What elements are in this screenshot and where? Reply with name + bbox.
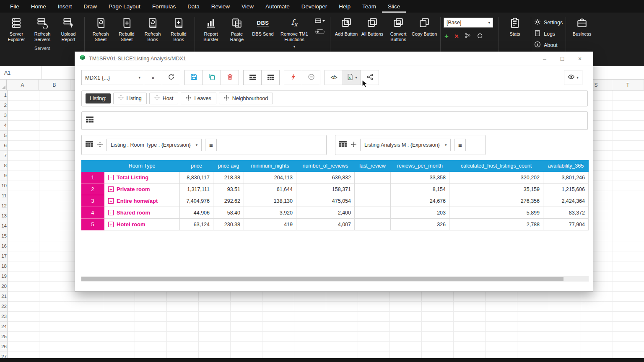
undo-icon[interactable] bbox=[477, 32, 483, 40]
menu-developer[interactable]: Developer bbox=[296, 0, 333, 13]
subset-editor-button[interactable]: ≡ bbox=[205, 139, 217, 151]
expand-icon[interactable]: + bbox=[108, 198, 114, 204]
about-button[interactable]: About bbox=[534, 41, 563, 49]
maximize-button[interactable]: □ bbox=[553, 52, 571, 65]
cell-calculated-host-listings-count[interactable]: 276,356 bbox=[449, 195, 543, 207]
copy-button-button[interactable]: Copy Button bbox=[411, 16, 437, 42]
cell-minimum-nights[interactable]: 61,644 bbox=[244, 184, 296, 195]
row-number[interactable]: 4 bbox=[81, 207, 104, 219]
paste-range-button[interactable]: Paste Range bbox=[224, 16, 250, 49]
copy-view-button[interactable] bbox=[203, 70, 221, 85]
row-header[interactable]: 3 bbox=[0, 111, 7, 121]
cell-calculated-host-listings-count[interactable]: 35,159 bbox=[449, 184, 543, 195]
header-price[interactable]: price bbox=[180, 160, 213, 172]
menu-formulas[interactable]: Formulas bbox=[146, 0, 182, 13]
row-header[interactable]: 16 bbox=[0, 241, 7, 251]
save-button[interactable] bbox=[184, 70, 203, 85]
business-button[interactable]: Business bbox=[569, 16, 595, 37]
column-drop-zone[interactable] bbox=[81, 111, 588, 130]
cell-reviews-per-month[interactable]: 326 bbox=[391, 219, 449, 230]
cell-price[interactable]: 63,124 bbox=[180, 219, 213, 230]
cell-price-avg[interactable]: 93.51 bbox=[213, 184, 244, 195]
mdx-code-button[interactable]: </> bbox=[325, 70, 343, 85]
menu-help[interactable]: Help bbox=[333, 0, 356, 13]
collapse-icon[interactable]: − bbox=[108, 175, 114, 180]
header-price-avg[interactable]: price avg bbox=[213, 160, 244, 172]
row-label-cell[interactable]: + Private room bbox=[104, 184, 180, 195]
expand-icon[interactable]: + bbox=[108, 210, 114, 215]
header-reviews-per-month[interactable]: reviews_per_month bbox=[391, 160, 449, 172]
cell-number-of-reviews[interactable]: 158,371 bbox=[296, 184, 355, 195]
add-button-button[interactable]: Add Button bbox=[333, 16, 359, 42]
row-header[interactable]: 24 bbox=[0, 322, 7, 332]
refresh-servers-button[interactable]: Refresh Servers bbox=[29, 16, 55, 42]
refresh-button[interactable] bbox=[162, 70, 180, 85]
move-icon[interactable] bbox=[351, 141, 356, 149]
cell-calculated-host-listings-count[interactable]: 5,899 bbox=[449, 207, 543, 219]
cell-last-review[interactable] bbox=[355, 219, 391, 230]
cell-last-review[interactable] bbox=[355, 195, 391, 207]
cell-number-of-reviews[interactable]: 4,007 bbox=[296, 219, 355, 230]
cell-last-review[interactable] bbox=[355, 184, 391, 195]
execute-button[interactable] bbox=[284, 70, 302, 85]
cell-calculated-host-listings-count[interactable]: 2,788 bbox=[449, 219, 543, 230]
row-header[interactable]: 9 bbox=[0, 171, 7, 181]
cell-number-of-reviews[interactable]: 639,832 bbox=[296, 172, 355, 184]
header-last-review[interactable]: last_review bbox=[355, 160, 391, 172]
column-header[interactable]: A bbox=[7, 80, 39, 90]
row-number[interactable]: 2 bbox=[81, 184, 104, 195]
row-label-cell[interactable]: + Entire home/apt bbox=[104, 195, 180, 207]
row-header[interactable]: 4 bbox=[0, 121, 7, 131]
name-box[interactable]: A1 bbox=[0, 66, 42, 79]
report-burster-button[interactable]: Report Burster bbox=[198, 16, 224, 49]
cell-last-review[interactable] bbox=[355, 207, 391, 219]
cell-reviews-per-month[interactable]: 24,676 bbox=[391, 195, 449, 207]
merge-cells-view-button[interactable] bbox=[243, 70, 262, 85]
row-header[interactable]: 13 bbox=[0, 211, 7, 221]
row-header[interactable]: 14 bbox=[0, 221, 7, 231]
subset-editor-button[interactable]: ≡ bbox=[454, 139, 466, 151]
cell-price-avg[interactable]: 292.62 bbox=[213, 195, 244, 207]
row-header[interactable]: 21 bbox=[0, 292, 7, 302]
suppress-zeros-button[interactable] bbox=[302, 70, 320, 85]
row-number[interactable]: 5 bbox=[81, 219, 104, 230]
row-number[interactable]: 1 bbox=[81, 172, 104, 184]
row-header[interactable]: 20 bbox=[0, 282, 7, 292]
dimension-host[interactable]: Host bbox=[149, 93, 179, 104]
row-label-cell[interactable]: + Hotel room bbox=[104, 219, 180, 230]
menu-view[interactable]: View bbox=[236, 0, 260, 13]
row-header[interactable]: 25 bbox=[0, 332, 7, 342]
row-header[interactable]: 11 bbox=[0, 191, 7, 201]
header-room-type[interactable]: Room Type bbox=[104, 160, 180, 172]
cell-availability-365[interactable]: 77,904 bbox=[543, 219, 589, 230]
scrollbar-thumb[interactable] bbox=[81, 277, 564, 281]
menu-automate[interactable]: Automate bbox=[260, 0, 296, 13]
row-label-cell[interactable]: + Shared room bbox=[104, 207, 180, 219]
minimize-button[interactable]: – bbox=[536, 52, 553, 65]
cell-number-of-reviews[interactable]: 475,054 bbox=[296, 195, 355, 207]
toggle-switch[interactable] bbox=[315, 29, 325, 34]
cell-availability-365[interactable]: 83,372 bbox=[543, 207, 589, 219]
menu-page-layout[interactable]: Page Layout bbox=[103, 0, 146, 13]
clear-mdx-button[interactable]: × bbox=[144, 70, 162, 85]
remove-tm1-functions-button[interactable]: fx Remove TM1 Functions ▾ bbox=[276, 16, 313, 49]
cell-calculated-host-listings-count[interactable]: 320,202 bbox=[449, 172, 543, 184]
row-header[interactable]: 15 bbox=[0, 231, 7, 241]
cell-availability-365[interactable]: 2,424,364 bbox=[543, 195, 589, 207]
view-options-button[interactable]: ▾ bbox=[564, 70, 582, 85]
cell-reviews-per-month[interactable]: 8,154 bbox=[391, 184, 449, 195]
menu-slice[interactable]: Slice bbox=[382, 0, 406, 13]
cell-price-avg[interactable]: 58.40 bbox=[213, 207, 244, 219]
menu-team[interactable]: Team bbox=[356, 0, 382, 13]
dimension-listing[interactable]: Listing bbox=[113, 93, 147, 104]
cell-reviews-per-month[interactable]: 203 bbox=[391, 207, 449, 219]
row-header[interactable]: 23 bbox=[0, 312, 7, 322]
expand-icon[interactable]: + bbox=[108, 186, 114, 192]
header-minimum-nights[interactable]: minimum_nights bbox=[244, 160, 296, 172]
row-header[interactable]: 10 bbox=[0, 181, 7, 191]
cell-reviews-per-month[interactable]: 33,358 bbox=[391, 172, 449, 184]
header-number-of-reviews[interactable]: number_of_reviews bbox=[296, 160, 355, 172]
menu-insert[interactable]: Insert bbox=[52, 0, 78, 13]
cell-number-of-reviews[interactable]: 2,400 bbox=[296, 207, 355, 219]
menu-home[interactable]: Home bbox=[25, 0, 52, 13]
